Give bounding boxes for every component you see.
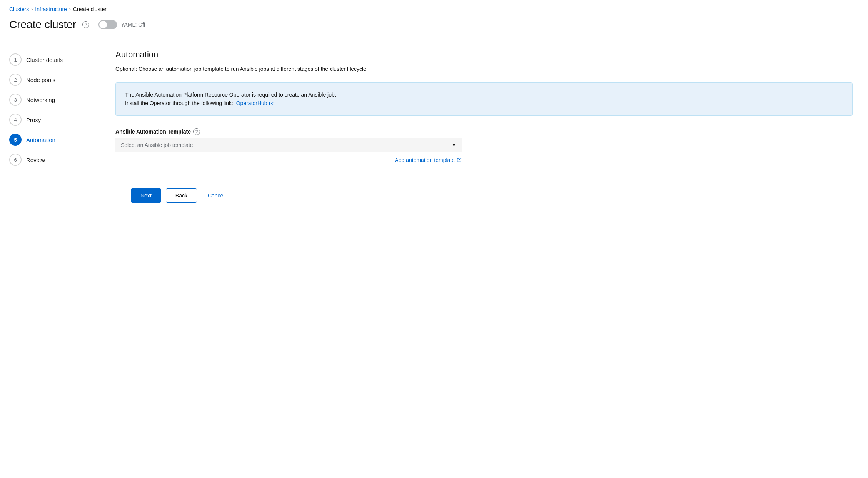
step-number-1: 1	[9, 53, 22, 66]
toggle-slider	[98, 20, 117, 29]
step-number-2: 2	[9, 74, 22, 86]
breadcrumb-infrastructure[interactable]: Infrastructure	[35, 6, 67, 12]
help-icon[interactable]: ?	[82, 21, 89, 28]
add-automation-template-link[interactable]: Add automation template	[395, 157, 462, 163]
info-line2: Install the Operator through the followi…	[125, 100, 233, 106]
page-title-row: Create cluster ? YAML: Off	[0, 15, 868, 37]
breadcrumb: Clusters › Infrastructure › Create clust…	[0, 0, 868, 15]
breadcrumb-sep-2: ›	[69, 7, 71, 12]
ansible-template-help-icon[interactable]: ?	[193, 128, 200, 135]
info-line1: The Ansible Automation Platform Resource…	[125, 92, 336, 98]
ansible-template-label: Ansible Automation Template ?	[115, 128, 853, 135]
page-title: Create cluster	[9, 18, 76, 31]
yaml-toggle[interactable]	[98, 20, 117, 29]
ansible-template-form-group: Ansible Automation Template ? Select an …	[115, 128, 853, 163]
back-button[interactable]: Back	[166, 188, 197, 203]
section-title: Automation	[115, 50, 853, 60]
sidebar-item-cluster-details[interactable]: 1 Cluster details	[9, 50, 90, 70]
main-layout: 1 Cluster details 2 Node pools 3 Network…	[0, 37, 868, 465]
step-number-6: 6	[9, 154, 22, 166]
operatorhub-link-text: OperatorHub	[236, 99, 267, 107]
step-label-4: Proxy	[26, 117, 41, 123]
add-automation-template-label: Add automation template	[395, 157, 455, 163]
step-label-3: Networking	[26, 97, 55, 103]
external-link-icon	[269, 101, 274, 106]
step-label-1: Cluster details	[26, 57, 63, 63]
yaml-toggle-group: YAML: Off	[98, 20, 145, 29]
breadcrumb-clusters[interactable]: Clusters	[9, 6, 29, 12]
step-label-5: Automation	[26, 137, 55, 143]
breadcrumb-sep-1: ›	[31, 7, 33, 12]
breadcrumb-current: Create cluster	[73, 6, 107, 12]
add-template-external-icon	[457, 157, 462, 162]
cancel-button[interactable]: Cancel	[202, 189, 231, 202]
sidebar-item-proxy[interactable]: 4 Proxy	[9, 110, 90, 130]
content-area: Automation Optional: Choose an automatio…	[100, 37, 868, 465]
sidebar: 1 Cluster details 2 Node pools 3 Network…	[0, 37, 100, 465]
step-number-4: 4	[9, 114, 22, 126]
footer-buttons: Next Back Cancel	[115, 179, 853, 212]
section-description: Optional: Choose an automation job templ…	[115, 65, 853, 73]
sidebar-item-networking[interactable]: 3 Networking	[9, 90, 90, 110]
step-number-5: 5	[9, 134, 22, 146]
sidebar-item-automation[interactable]: 5 Automation	[9, 130, 90, 150]
sidebar-item-node-pools[interactable]: 2 Node pools	[9, 70, 90, 90]
next-button[interactable]: Next	[131, 188, 161, 203]
ansible-template-select-wrapper: Select an Ansible job template ▼	[115, 138, 462, 152]
yaml-label: YAML: Off	[121, 22, 145, 28]
step-number-3: 3	[9, 94, 22, 106]
step-label-6: Review	[26, 157, 45, 163]
ansible-template-select[interactable]: Select an Ansible job template	[115, 138, 462, 152]
operatorhub-link[interactable]: OperatorHub	[236, 99, 274, 107]
step-label-2: Node pools	[26, 77, 55, 83]
sidebar-item-review[interactable]: 6 Review	[9, 150, 90, 170]
add-template-link-container: Add automation template	[115, 157, 462, 163]
info-box: The Ansible Automation Platform Resource…	[115, 82, 853, 116]
